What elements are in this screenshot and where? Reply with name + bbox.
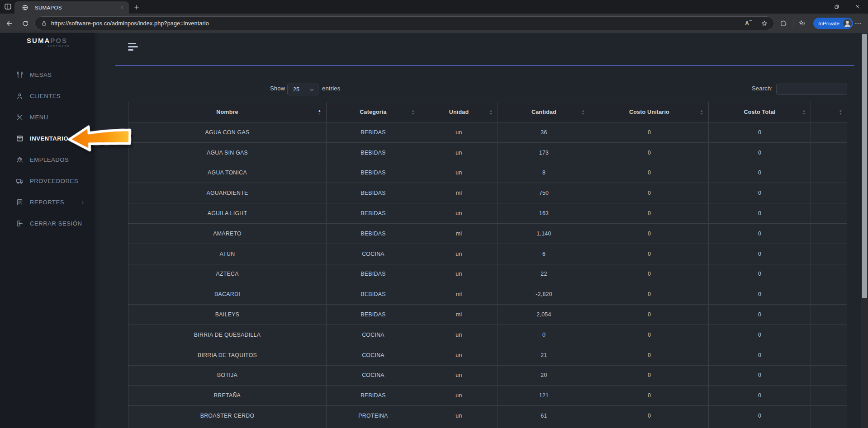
table-cell: BIRRIA DE QUESADILLA <box>128 325 327 345</box>
inprivate-badge[interactable]: InPrivate <box>813 18 853 29</box>
new-tab-icon[interactable] <box>132 3 141 11</box>
column-header-cantidad[interactable]: Cantidad▲▼ <box>498 102 590 122</box>
table-cell: 20 <box>498 365 590 386</box>
table-cell: -2,820 <box>498 284 590 305</box>
more-menu-icon[interactable] <box>850 14 866 33</box>
sort-icon: ▲▼ <box>489 109 493 115</box>
table-cell: ml <box>420 305 498 325</box>
table-cell: AGUARDIENTE <box>128 183 327 203</box>
sidebar-item-reportes[interactable]: REPORTES <box>0 192 94 213</box>
table-cell: un <box>420 203 498 224</box>
table-row: AMARETOBEBIDASml1,14000 <box>128 223 848 244</box>
table-cell: 0 <box>709 365 811 386</box>
sort-icon: ▲▼ <box>700 109 703 115</box>
column-header-costo-unitario[interactable]: Costo Unitario▲▼ <box>590 102 709 122</box>
browser-tab[interactable]: SUMAPOS <box>14 1 129 14</box>
table-cell: BOTIJA <box>128 365 327 386</box>
close-icon[interactable] <box>847 0 868 14</box>
table-cell: 0 <box>590 284 709 305</box>
table-cell: 0 <box>590 223 709 244</box>
toolbar-divider <box>793 19 793 27</box>
workspaces-icon[interactable] <box>4 3 12 12</box>
column-header-unidad[interactable]: Unidad▲▼ <box>420 102 498 122</box>
sort-icon: ▲▼ <box>582 109 585 115</box>
favorite-star-icon[interactable] <box>758 14 771 33</box>
table-cell: BAILEYS <box>128 305 327 325</box>
sidebar-item-proveedores[interactable]: PROVEEDORES <box>0 170 94 192</box>
logo-subtitle: SOFTWARE <box>0 45 94 47</box>
table-row: BIRRIA DE TAQUITOSCOCINAun2100 <box>128 345 848 365</box>
table-cell <box>811 406 848 426</box>
extensions-icon[interactable] <box>775 14 791 33</box>
table-cell: 0 <box>590 386 709 406</box>
refresh-icon[interactable] <box>19 14 32 33</box>
column-header-categoria[interactable]: Categoría▲▼ <box>327 102 420 122</box>
column-label: Categoría <box>360 109 386 115</box>
table-cell: un <box>420 325 498 345</box>
browser-titlebar: SUMAPOS <box>0 0 868 14</box>
table-cell <box>811 122 848 143</box>
sidebar-item-mesas[interactable]: MESAS <box>0 64 94 85</box>
sidebar-item-inventario[interactable]: INVENTARIO <box>0 128 94 149</box>
table-cell: COCINA <box>327 365 420 386</box>
scrollbar-thumb[interactable] <box>862 34 867 298</box>
url-text: https://software-pos.co/adminpos/index.p… <box>51 20 209 27</box>
minimize-icon[interactable] <box>806 0 826 14</box>
url-bar[interactable]: https://software-pos.co/adminpos/index.p… <box>34 16 774 30</box>
column-header-nombre[interactable]: Nombre▲▼ <box>128 102 327 122</box>
table-cell: 0 <box>590 183 709 203</box>
table-cell: ATUN <box>128 244 327 264</box>
table-cell: 0 <box>709 284 811 305</box>
table-cell <box>811 325 848 345</box>
search-input[interactable] <box>776 84 847 95</box>
table-cell <box>811 305 848 325</box>
tab-close-icon[interactable] <box>117 3 126 12</box>
table-cell: 0 <box>709 305 811 325</box>
table-cell <box>128 426 327 428</box>
table-cell <box>811 163 848 183</box>
search-label: Search: <box>752 85 773 92</box>
table-cell <box>327 426 420 428</box>
browser-window: SUMAPOS <box>0 0 868 428</box>
table-cell: 0 <box>590 325 709 345</box>
inventory-table-wrap: Nombre▲▼Categoría▲▼Unidad▲▼Cantidad▲▼Cos… <box>128 102 847 428</box>
sidebar-item-label: INVENTARIO <box>30 135 68 142</box>
column-header-costo-total[interactable]: Costo Total▲▼ <box>709 102 811 122</box>
table-cell <box>811 223 848 244</box>
sidebar-item-menu[interactable]: MENU <box>0 107 94 128</box>
table-cell: BIRRIA DE TAQUITOS <box>128 345 327 365</box>
table-cell: 0 <box>590 203 709 224</box>
sidebar-item-empleados[interactable]: EMPLEADOS <box>0 149 94 170</box>
back-icon[interactable] <box>3 14 16 33</box>
table-cell: AGUA CON GAS <box>128 122 327 143</box>
table-cell: 1,140 <box>498 223 590 244</box>
table-cell: 0 <box>709 345 811 365</box>
table-cell <box>811 142 848 163</box>
table-cell: COCINA <box>327 345 420 365</box>
sidebar-item-label: PROVEEDORES <box>30 178 78 184</box>
table-row: AGUA SIN GASBEBIDASun17300 <box>128 142 848 163</box>
hamburger-menu-icon[interactable] <box>128 43 138 52</box>
globe-icon <box>22 4 28 11</box>
inventory-box-icon <box>16 135 24 142</box>
entries-select[interactable]: 25 <box>287 84 318 95</box>
column-header-blank[interactable]: ▲▼ <box>811 102 848 122</box>
sidebar-item-cerrar-sesion[interactable]: CERRAR SESIÓN <box>0 213 94 234</box>
restore-icon[interactable] <box>826 0 847 14</box>
table-cell: 0 <box>590 365 709 386</box>
sidebar-item-clientes[interactable]: CLIENTES <box>0 85 94 107</box>
table-cell: 2,054 <box>498 305 590 325</box>
table-cell: 0 <box>590 163 709 183</box>
inprivate-label: InPrivate <box>818 21 840 26</box>
table-cell: BEBIDAS <box>327 284 420 305</box>
read-aloud-icon[interactable]: A⌒ <box>742 14 755 33</box>
table-cell <box>811 264 848 284</box>
page-scrollbar[interactable] <box>861 33 868 428</box>
table-cell: BEBIDAS <box>327 183 420 203</box>
entries-select-value: 25 <box>293 86 309 93</box>
table-cell: un <box>420 163 498 183</box>
favorites-hub-icon[interactable] <box>794 14 810 33</box>
table-utensils-icon <box>16 71 24 79</box>
column-label: Costo Total <box>744 109 775 115</box>
table-cell: 0 <box>590 406 709 426</box>
